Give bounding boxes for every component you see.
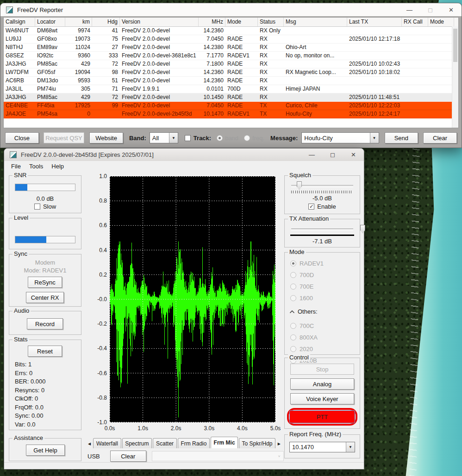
get-help-button[interactable]: Get Help <box>26 445 65 456</box>
column-header-last-tx[interactable]: Last TX <box>347 18 402 26</box>
table-cell: FreeDV 2.0.0-devel <box>120 27 199 35</box>
scrollbar-thumb[interactable] <box>453 29 457 62</box>
table-cell: 2025/01/10 12:22:03 <box>347 102 402 110</box>
report-freq-combo[interactable]: 10.1470 ▼ <box>289 442 355 452</box>
column-header-km[interactable]: km <box>65 18 92 26</box>
message-combo[interactable]: Houfu-City ▼ <box>301 132 379 143</box>
mode-radio-800xa[interactable]: 800XA <box>290 334 357 341</box>
tab-scroll-right-icon[interactable]: ▶ <box>276 439 282 448</box>
x-tick-label: 5.0s <box>270 425 281 432</box>
y-tick-label: 0.2 <box>87 272 107 278</box>
assistance-label: Assistance <box>12 434 44 441</box>
chevron-down-icon[interactable]: ▼ <box>346 442 355 452</box>
table-scrollbar[interactable] <box>452 26 458 128</box>
table-row[interactable]: JA3JHGPM85ac42972FreeDV 2.0.0-devel7.180… <box>4 60 458 68</box>
track-band-radio[interactable] <box>217 135 223 141</box>
minimize-button[interactable]: — <box>399 3 420 16</box>
stop-button[interactable]: Stop <box>290 364 354 375</box>
tab-waterfall[interactable]: Waterfall <box>93 438 121 448</box>
menu-item-help[interactable]: Help <box>47 162 68 171</box>
column-header-status[interactable]: Status <box>258 18 284 26</box>
reset-button[interactable]: Reset <box>28 346 62 357</box>
table-row[interactable]: LU9JJGF08xo1907375FreeDV 2.0.0-devel7.04… <box>4 35 458 43</box>
table-cell: 41 <box>92 27 120 35</box>
analog-button[interactable]: Analog <box>290 378 354 389</box>
table-row[interactable]: G8SEZIO92tc9360333FreeDV 2.0.0-devel-368… <box>4 52 458 60</box>
table-row[interactable]: JA3JHGPM85ac42972FreeDV 2.0.0-devel10.14… <box>4 93 458 102</box>
mode-radio-700e[interactable]: 700E <box>290 283 357 290</box>
center-rx-button[interactable]: Center RX <box>26 292 64 303</box>
tab-frm-radio[interactable]: Frm Radio <box>178 438 210 448</box>
close-icon[interactable]: ✕ <box>343 148 364 161</box>
maximize-button[interactable]: ◻ <box>322 148 343 161</box>
clear-text-button[interactable]: Clear <box>110 451 146 462</box>
column-header-hdg[interactable]: Hdg <box>92 18 120 26</box>
mode-radio-700d[interactable]: 700D <box>290 272 357 278</box>
column-header-mode[interactable]: Mode <box>225 18 258 26</box>
column-header-callsign[interactable]: Callsign <box>4 18 35 26</box>
table-row[interactable]: WA6NUTDM68wt997441FreeDV 2.0.0-devel14.2… <box>4 27 458 35</box>
table-row[interactable]: CE4NBEFF45ia1792599FreeDV 2.0.0-devel7.0… <box>4 102 458 110</box>
track-checkbox[interactable] <box>185 135 191 141</box>
request-qsy-button[interactable]: Request QSY <box>44 132 84 143</box>
table-row[interactable]: JA4JOEPM54sa0FreeDV 2.0.0-devel-2b45f3d1… <box>4 110 458 118</box>
column-header-version[interactable]: Version <box>120 18 199 26</box>
maximize-button[interactable]: ◻ <box>420 3 441 16</box>
website-button[interactable]: Website <box>89 132 123 143</box>
tab-scatter[interactable]: Scatter <box>153 438 177 448</box>
table-cell: 14.2380 <box>199 43 225 51</box>
mode-radio-radev1[interactable]: RADEV1 <box>290 260 357 267</box>
squelch-slider-thumb[interactable] <box>297 181 302 190</box>
others-expander[interactable]: Others: <box>289 308 357 315</box>
column-header-msg[interactable]: Msg <box>284 18 347 26</box>
send-button[interactable]: Send <box>385 132 418 143</box>
message-value: Houfu-City <box>304 135 332 142</box>
chevron-down-icon[interactable]: ▼ <box>169 133 178 143</box>
voice-keyer-button[interactable]: Voice Keyer <box>290 393 354 404</box>
minimize-button[interactable]: — <box>301 148 322 161</box>
tab-to-spkr-hdp[interactable]: To Spkr/Hdp <box>239 438 275 448</box>
ptt-button[interactable]: PTT <box>289 410 355 423</box>
track-freq-radio[interactable] <box>244 135 250 141</box>
mode-radio-2020[interactable]: 2020 <box>290 346 357 352</box>
table-row[interactable]: JA3LILPM74iu30571FreeDV 1.9.9.10.0101700… <box>4 85 458 93</box>
column-header-mode[interactable]: Mode <box>428 18 454 26</box>
table-cell: FreeDV 2.0.0-devel-3681e8c1 <box>120 52 199 60</box>
table-row[interactable]: N8THJEM89av1102427FreeDV 2.0.0-devel14.2… <box>4 43 458 52</box>
column-header-locator[interactable]: Locator <box>35 18 65 26</box>
table-cell: RX <box>258 43 284 51</box>
mode-radio-700c[interactable]: 700C <box>290 322 357 329</box>
table-cell <box>428 60 454 68</box>
tab-scroll-left-icon[interactable]: ◀ <box>87 439 92 448</box>
squelch-enable-checkbox[interactable] <box>308 204 314 210</box>
close-button[interactable]: Close <box>5 132 39 143</box>
radio-icon <box>290 284 296 290</box>
tx-atten-slider-track[interactable] <box>291 229 353 231</box>
column-header-mhz[interactable]: MHz <box>199 18 225 26</box>
table-cell: RX <box>258 60 284 68</box>
table-cell <box>402 102 428 110</box>
slow-checkbox[interactable] <box>34 204 40 210</box>
table-row[interactable]: AC6RBDM13do959351FreeDV 2.0.0-devel14.23… <box>4 77 458 85</box>
table-row[interactable]: LW7DFMGF05sf1909498FreeDV 2.0.0-devel14.… <box>4 68 458 77</box>
clear-button[interactable]: Clear <box>423 132 457 143</box>
record-button[interactable]: Record <box>27 318 63 329</box>
table-cell <box>347 27 402 35</box>
menu-bar: FileToolsHelp <box>4 161 364 171</box>
resync-button[interactable]: ReSync <box>28 277 62 288</box>
menu-item-file[interactable]: File <box>7 162 25 171</box>
band-select[interactable]: All ▼ <box>150 132 178 143</box>
column-header-rx-call[interactable]: RX Call <box>402 18 428 26</box>
table-cell: RADE <box>225 43 258 51</box>
menu-item-tools[interactable]: Tools <box>25 162 47 171</box>
chevron-down-icon[interactable]: ▼ <box>370 133 379 143</box>
radio-icon <box>290 346 296 352</box>
callsign-text-combo[interactable]: ˅ <box>152 451 284 461</box>
table-cell: RADEV1 <box>225 110 258 118</box>
close-icon[interactable]: ✕ <box>441 3 462 16</box>
table-cell: 19094 <box>65 68 92 76</box>
tab-frm-mic[interactable]: Frm Mic <box>211 437 238 448</box>
table-cell: LW7DFM <box>4 68 35 76</box>
tab-spectrum[interactable]: Spectrum <box>122 438 152 448</box>
mode-radio-1600[interactable]: 1600 <box>290 295 357 302</box>
